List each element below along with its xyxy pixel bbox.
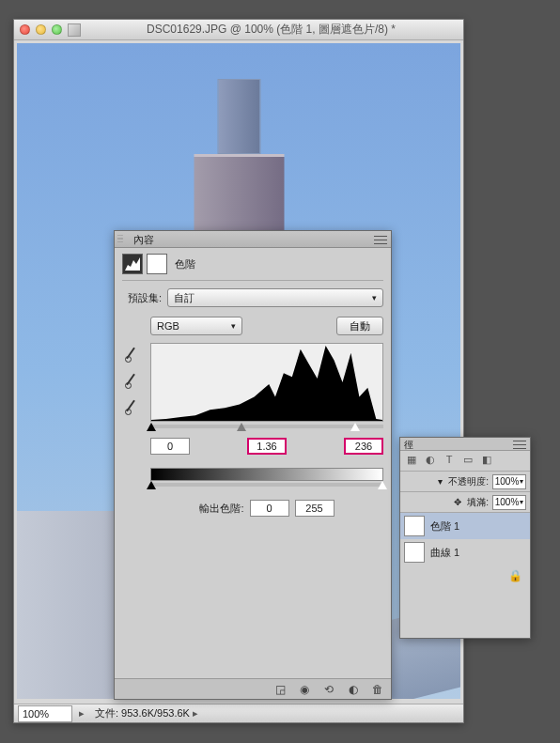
channel-select[interactable]: RGB (150, 317, 242, 335)
output-black-handle[interactable] (147, 481, 156, 489)
black-point-handle[interactable] (147, 423, 156, 431)
input-black-field[interactable]: 0 (150, 438, 190, 455)
layers-tab-label: 徑 (404, 440, 413, 450)
filter-shape-icon[interactable]: ▭ (460, 454, 475, 469)
info-dropdown-icon[interactable]: ▸ (190, 707, 201, 720)
svg-marker-1 (151, 346, 382, 421)
opacity-label: 不透明度: (448, 475, 489, 488)
filter-image-icon[interactable]: ▦ (404, 454, 419, 469)
filter-type-icon[interactable]: T (442, 454, 457, 469)
histogram (150, 343, 383, 422)
document-title: DSC01629.JPG @ 100% (色階 1, 圖層遮色片/8) * (85, 22, 458, 38)
white-point-handle[interactable] (350, 423, 360, 431)
properties-panel: :::::: 內容 色階 預設集: 自訂 RGB 自動 (114, 230, 392, 700)
filter-smart-icon[interactable]: ◧ (479, 454, 494, 469)
clip-icon[interactable]: ◲ (272, 682, 288, 697)
eyedropper-black-icon[interactable] (122, 347, 139, 364)
properties-tab[interactable]: :::::: 內容 (115, 231, 391, 248)
lock-icon[interactable]: 🔒 (508, 569, 522, 582)
mask-icon[interactable] (147, 254, 167, 274)
svg-marker-0 (125, 257, 140, 271)
layer-thumb-icon (404, 542, 425, 563)
preset-select[interactable]: 自訂 (167, 288, 383, 307)
input-gamma-field[interactable]: 1.36 (247, 438, 287, 455)
preset-label: 預設集: (122, 291, 162, 305)
layers-tab[interactable]: 徑 (400, 438, 530, 451)
previous-icon[interactable]: ◐ (346, 682, 361, 697)
minimize-icon[interactable] (36, 24, 46, 35)
layer-label: 曲線 1 (430, 546, 459, 560)
filter-adj-icon[interactable]: ◐ (423, 454, 438, 469)
filter-row: ▦ ◐ T ▭ ◧ (400, 451, 530, 472)
auto-button[interactable]: 自動 (336, 317, 383, 335)
adj-type-label: 色階 (175, 257, 195, 271)
output-white-handle[interactable] (378, 481, 387, 489)
lock-set-icon[interactable]: ✥ (454, 497, 461, 507)
reset-icon[interactable]: ⟲ (321, 682, 336, 697)
output-black-field[interactable]: 0 (250, 500, 289, 517)
zoom-input[interactable]: 100% (18, 705, 72, 722)
panel-footer: ◲ ◉ ⟲ ◐ 🗑 (115, 678, 391, 699)
fill-label: 填滿: (467, 496, 489, 509)
dropdown-icon[interactable]: ▾ (438, 476, 443, 487)
levels-adj-icon[interactable] (122, 254, 143, 274)
eyedropper-white-icon[interactable] (122, 399, 139, 416)
input-slider[interactable] (150, 425, 383, 428)
visibility-icon[interactable]: ◉ (297, 682, 312, 697)
midtone-handle[interactable] (237, 423, 246, 431)
titlebar[interactable]: DSC01629.JPG @ 100% (色階 1, 圖層遮色片/8) * (14, 20, 463, 40)
doc-info: 文件: 953.6K/953.6K (87, 706, 190, 720)
zoom-dropdown-icon[interactable]: ▸ (76, 707, 87, 720)
close-icon[interactable] (20, 24, 30, 35)
panel-grip-icon[interactable]: :::::: (117, 235, 125, 242)
statusbar: 100% ▸ 文件: 953.6K/953.6K ▸ (14, 704, 463, 722)
layers-panel: 徑 ▦ ◐ T ▭ ◧ ▾ 不透明度: 100%▾ ✥ 填滿: 100%▾ 色階… (399, 437, 531, 639)
trash-icon[interactable]: 🗑 (370, 682, 385, 697)
input-white-field[interactable]: 236 (344, 438, 383, 455)
output-white-field[interactable]: 255 (295, 500, 334, 517)
output-slider[interactable] (150, 483, 383, 487)
layer-thumb-icon (404, 516, 425, 536)
layer-item-curves[interactable]: 曲線 1 (400, 539, 530, 565)
output-gradient (150, 468, 383, 481)
fill-field[interactable]: 100%▾ (492, 495, 526, 510)
panel-menu-icon[interactable] (374, 234, 387, 245)
layer-label: 色階 1 (430, 519, 459, 534)
eyedropper-gray-icon[interactable] (122, 373, 139, 390)
zoom-icon[interactable] (52, 24, 62, 35)
opacity-field[interactable]: 100%▾ (492, 474, 526, 489)
document-icon (68, 23, 81, 37)
layer-item-levels[interactable]: 色階 1 (400, 513, 530, 539)
output-label: 輸出色階: (199, 502, 243, 516)
properties-tab-label: 內容 (133, 234, 154, 245)
layers-menu-icon[interactable] (513, 439, 526, 450)
